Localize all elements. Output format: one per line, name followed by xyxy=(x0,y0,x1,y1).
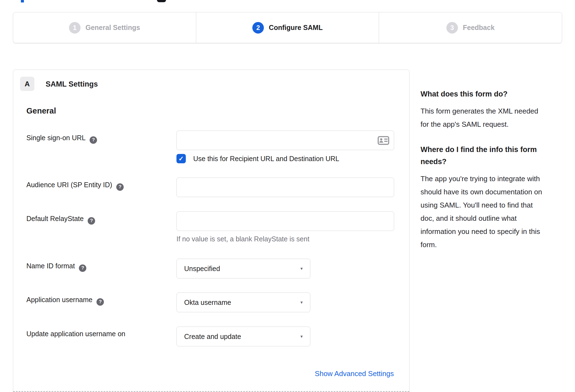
sidebar-body-line: information you need to specify in this xyxy=(421,225,566,238)
step-feedback[interactable]: 3 Feedback xyxy=(379,12,562,43)
name-id-format-select[interactable]: Unspecified ▼ xyxy=(176,259,310,278)
help-icon[interactable]: ? xyxy=(96,298,104,306)
app-username-label: Application username? xyxy=(26,296,104,306)
help-icon[interactable]: ? xyxy=(79,264,86,272)
chevron-down-icon: ▼ xyxy=(300,334,303,339)
help-icon[interactable]: ? xyxy=(90,136,97,144)
configure-saml-page: { "colors": { "accent_blue": "#1662dd", … xyxy=(0,0,575,392)
sidebar-body-line: should have its own documentation on xyxy=(421,185,566,198)
sidebar-section-what: What does this form do? This form genera… xyxy=(421,88,566,131)
recipient-url-checkbox-row: ✓ Use this for Recipient URL and Destina… xyxy=(176,154,339,163)
sidebar-section-where: Where do I find the info this form needs… xyxy=(421,143,566,251)
relay-state-input[interactable] xyxy=(176,211,394,231)
sidebar-body-line: using SAML. You'll need to find that xyxy=(421,198,566,212)
relay-state-label: Default RelayState? xyxy=(26,215,95,225)
cutoff-dark-fragment xyxy=(157,0,166,2)
sidebar-body-line: doc, and it should outline what xyxy=(421,212,566,225)
general-group-heading: General xyxy=(26,106,56,115)
chevron-down-icon: ▼ xyxy=(300,300,303,305)
step-general-settings[interactable]: 1 General Settings xyxy=(13,12,196,43)
sso-url-label: Single sign-on URL? xyxy=(26,134,97,144)
sidebar-heading: needs? xyxy=(421,156,566,168)
name-id-format-value: Unspecified xyxy=(184,265,220,273)
sidebar-body-line: This form generates the XML needed xyxy=(421,104,566,118)
saml-settings-panel: A SAML Settings General Single sign-on U… xyxy=(13,70,410,392)
chevron-down-icon: ▼ xyxy=(300,266,303,271)
app-username-select[interactable]: Okta username ▼ xyxy=(176,292,310,312)
help-icon[interactable]: ? xyxy=(88,217,95,225)
section-dashed-divider xyxy=(13,391,409,392)
update-app-username-label: Update application username on xyxy=(26,330,125,338)
cutoff-blue-fragment xyxy=(21,0,24,2)
step-number-badge: 1 xyxy=(69,22,81,34)
sso-url-input[interactable] xyxy=(176,131,394,150)
step-label: Feedback xyxy=(463,24,494,32)
step-number-badge: 2 xyxy=(252,22,264,34)
contact-card-icon xyxy=(378,136,389,145)
sso-url-input-wrap xyxy=(176,131,394,150)
sidebar-body-line: for the app's SAML request. xyxy=(421,118,566,131)
wizard-stepper: 1 General Settings 2 Configure SAML 3 Fe… xyxy=(13,12,562,43)
update-app-username-value: Create and update xyxy=(184,333,241,341)
sidebar-body-line: form. xyxy=(421,238,566,251)
relay-state-hint: If no value is set, a blank RelayState i… xyxy=(176,235,309,243)
recipient-url-checkbox[interactable]: ✓ xyxy=(176,154,186,163)
sidebar-body-line: The app you're trying to integrate with xyxy=(421,172,566,185)
step-number-badge: 3 xyxy=(446,22,458,34)
update-app-username-select[interactable]: Create and update ▼ xyxy=(176,327,310,346)
audience-uri-label: Audience URI (SP Entity ID)? xyxy=(26,181,124,191)
step-label: General Settings xyxy=(85,24,140,32)
section-title: SAML Settings xyxy=(46,80,98,89)
help-sidebar: What does this form do? This form genera… xyxy=(421,88,566,251)
name-id-format-label: Name ID format? xyxy=(26,262,86,272)
step-configure-saml[interactable]: 2 Configure SAML xyxy=(196,12,379,43)
app-username-value: Okta username xyxy=(184,299,231,307)
sidebar-heading: Where do I find the info this form xyxy=(421,143,566,156)
section-a-badge: A xyxy=(20,77,34,91)
audience-uri-input[interactable] xyxy=(176,178,394,197)
show-advanced-settings-link[interactable]: Show Advanced Settings xyxy=(315,369,394,378)
sidebar-heading: What does this form do? xyxy=(421,88,566,100)
step-label: Configure SAML xyxy=(269,24,323,32)
help-icon[interactable]: ? xyxy=(116,183,124,191)
recipient-url-checkbox-label: Use this for Recipient URL and Destinati… xyxy=(193,155,339,163)
